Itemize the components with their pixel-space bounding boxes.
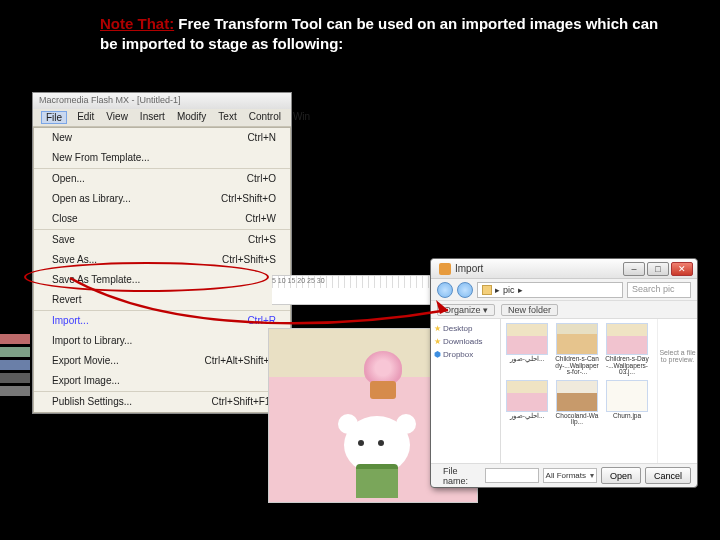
file-menu-item[interactable]: CloseCtrl+W xyxy=(34,209,290,229)
menu-view[interactable]: View xyxy=(104,111,130,124)
file-menu-item[interactable]: NewCtrl+N xyxy=(34,128,290,148)
newfolder-button[interactable]: New folder xyxy=(501,304,558,316)
file-menu-item[interactable]: Open...Ctrl+O xyxy=(34,169,290,189)
path-breadcrumb[interactable]: ▸ pic ▸ xyxy=(477,282,623,298)
flash-menubar[interactable]: File Edit View Insert Modify Text Contro… xyxy=(33,109,291,127)
timeline-ruler: 5 10 15 20 25 30 xyxy=(272,276,442,288)
dialog-icon xyxy=(439,263,451,275)
maximize-button[interactable]: □ xyxy=(647,262,669,276)
filename-label: File name: xyxy=(443,466,481,486)
file-menu-item[interactable]: Import to Library... xyxy=(34,331,290,351)
note-label: Note That: xyxy=(100,15,174,32)
flash-app-window: Macromedia Flash MX - [Untitled-1] File … xyxy=(32,92,292,414)
file-thumb[interactable]: Churn.jpa xyxy=(605,380,649,426)
file-menu-item[interactable]: Open as Library...Ctrl+Shift+O xyxy=(34,189,290,209)
path-arrow: ▸ xyxy=(518,285,523,295)
folder-icon xyxy=(482,285,492,295)
menu-control[interactable]: Control xyxy=(247,111,283,124)
file-menu-item[interactable]: Save As...Ctrl+Shift+S xyxy=(34,250,290,270)
note-text: Note That: Free Transform Tool can be us… xyxy=(100,14,660,53)
close-button[interactable]: ✕ xyxy=(671,262,693,276)
menu-modify[interactable]: Modify xyxy=(175,111,208,124)
file-menu-item[interactable]: New From Template... xyxy=(34,148,290,168)
filename-input[interactable] xyxy=(485,468,539,483)
open-button[interactable]: Open xyxy=(601,467,641,484)
file-thumb[interactable]: Chocoland-Wallp... xyxy=(555,380,599,426)
note-body: Free Transform Tool can be used on an im… xyxy=(100,15,658,52)
sidebar-item[interactable]: Dropbox xyxy=(435,348,496,361)
file-menu-dropdown: NewCtrl+NNew From Template...Open...Ctrl… xyxy=(33,127,291,413)
file-thumb[interactable]: احلي-صور... xyxy=(505,323,549,376)
nav-back-button[interactable] xyxy=(437,282,453,298)
import-dialog: Import – □ ✕ ▸ pic ▸ Search pic Organize… xyxy=(430,258,698,488)
timeline-panel: 5 10 15 20 25 30 xyxy=(272,275,442,305)
search-input[interactable]: Search pic xyxy=(627,282,691,298)
file-thumb[interactable]: احلي-صور... xyxy=(505,380,549,426)
filetype-combo[interactable]: All Formats xyxy=(543,468,597,483)
slide-color-tabs xyxy=(0,334,30,399)
file-menu-item[interactable]: Publish Settings...Ctrl+Shift+F12 xyxy=(34,392,290,412)
menu-edit[interactable]: Edit xyxy=(75,111,96,124)
file-menu-item[interactable]: Import...Ctrl+R xyxy=(34,311,290,331)
minimize-button[interactable]: – xyxy=(623,262,645,276)
file-thumb[interactable]: Children-s-Day-...Wallpapers-03.j... xyxy=(605,323,649,376)
dialog-footer: File name: All Formats Open Cancel xyxy=(431,463,697,487)
file-menu-item[interactable]: Revert xyxy=(34,290,290,310)
file-menu-item[interactable]: Export Movie...Ctrl+Alt+Shift+S xyxy=(34,351,290,371)
organize-button[interactable]: Organize ▾ xyxy=(437,304,495,316)
flash-titlebar: Macromedia Flash MX - [Untitled-1] xyxy=(33,93,291,109)
dialog-toolbar: Organize ▾ New folder xyxy=(431,301,697,319)
path-folder-name: pic xyxy=(503,285,515,295)
path-arrow: ▸ xyxy=(495,285,500,295)
dialog-nav-row: ▸ pic ▸ Search pic xyxy=(431,279,697,301)
menu-file[interactable]: File xyxy=(41,111,67,124)
file-menu-item[interactable]: SaveCtrl+S xyxy=(34,230,290,250)
preview-pane: Select a file to preview. xyxy=(657,319,697,463)
dialog-file-list[interactable]: احلي-صور...Children-s-Candy-...Wallpaper… xyxy=(501,319,657,463)
menu-window[interactable]: Win xyxy=(291,111,312,124)
sidebar-item[interactable]: Desktop xyxy=(435,322,496,335)
dialog-sidebar: Desktop Downloads Dropbox xyxy=(431,319,501,463)
bear-graphic xyxy=(334,416,420,498)
dialog-titlebar[interactable]: Import – □ ✕ xyxy=(431,259,697,279)
file-menu-item[interactable]: Export Image... xyxy=(34,371,290,391)
dialog-title: Import xyxy=(455,263,623,274)
nav-forward-button[interactable] xyxy=(457,282,473,298)
menu-insert[interactable]: Insert xyxy=(138,111,167,124)
flower-pot-graphic xyxy=(364,351,402,385)
menu-text[interactable]: Text xyxy=(216,111,238,124)
cancel-button[interactable]: Cancel xyxy=(645,467,691,484)
file-menu-item[interactable]: Save As Template... xyxy=(34,270,290,290)
file-thumb[interactable]: Children-s-Candy-...Wallpapers-for-... xyxy=(555,323,599,376)
sidebar-item[interactable]: Downloads xyxy=(435,335,496,348)
